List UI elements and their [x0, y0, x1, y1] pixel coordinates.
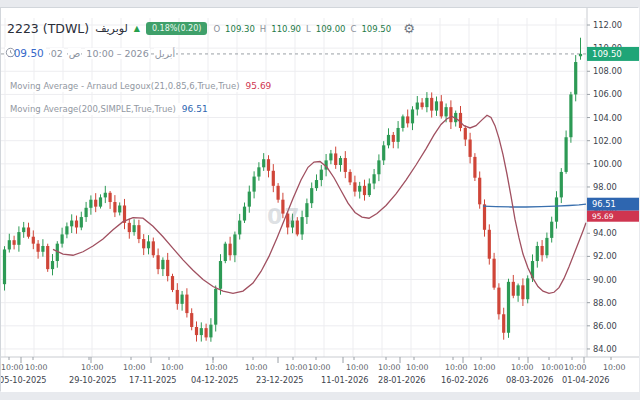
change-badge: 0.18%(0.20) — [146, 22, 207, 35]
bar-datetime-part: ص — [68, 48, 82, 59]
candle — [229, 244, 232, 256]
bar-datetime-part: 02 — [50, 48, 64, 59]
candle — [70, 221, 73, 227]
candle — [171, 276, 174, 290]
candle — [161, 260, 164, 269]
time-label: 10:00 — [308, 363, 331, 372]
candle — [17, 232, 20, 245]
candle — [219, 261, 222, 289]
candle — [8, 240, 11, 249]
candlestick-plot[interactable]: 112.00110.00108.00106.00104.00102.00100.… — [1, 8, 639, 392]
ohlc-row: O109.30H110.90L109.00C109.50 — [213, 24, 391, 34]
candle — [469, 140, 472, 157]
price-axis-label: 108.00 — [593, 66, 622, 76]
bar-datetime-part: 10:00 – 2026 — [85, 48, 149, 59]
candle — [277, 186, 280, 200]
candle — [377, 160, 380, 174]
indicator-alma-row[interactable]: Moving Average - Arnaud Legoux(21,0.85,6… — [7, 80, 274, 92]
candle — [526, 278, 529, 299]
candle — [209, 325, 212, 338]
time-label: 10:00 — [25, 363, 48, 372]
candle — [37, 244, 40, 252]
candle — [425, 98, 428, 107]
candle — [421, 103, 424, 108]
price-axis-label: 88.00 — [593, 298, 617, 308]
candle — [22, 227, 25, 232]
candle — [305, 203, 308, 217]
trend-up-icon: ▲ — [134, 25, 140, 33]
candle — [464, 128, 467, 140]
ohlc-value-O: 109.30 — [225, 24, 255, 34]
ohlc-value-C: 109.50 — [361, 24, 391, 34]
time-label: 10:00 — [205, 363, 228, 372]
time-label: 10:00 — [406, 363, 429, 372]
ohlc-key-O: O — [213, 24, 220, 34]
candle — [569, 94, 572, 137]
candle — [339, 158, 342, 165]
candle — [61, 234, 64, 243]
bar-datetime: 02ص10:00 – 2026أبريل — [50, 48, 176, 59]
candle — [387, 135, 390, 145]
candle — [118, 205, 121, 212]
gear-icon[interactable]: ⚙ — [403, 21, 415, 36]
candle — [205, 328, 208, 337]
candle — [99, 197, 102, 206]
candle — [181, 295, 184, 304]
candle — [80, 217, 83, 227]
candle — [195, 327, 198, 335]
candle — [233, 234, 236, 255]
chart-header: 2223 (TDWL) لوبريف ▲ 0.18%(0.20) O109.30… — [7, 21, 415, 36]
price-axis-label: 90.00 — [593, 275, 617, 285]
candle — [157, 255, 160, 269]
time-label: 10:00 — [81, 363, 104, 372]
time-label: 10:00 — [603, 363, 626, 372]
candle — [512, 282, 515, 296]
candle — [46, 246, 49, 269]
candle — [488, 230, 491, 259]
clock-icon — [5, 47, 16, 58]
candle — [133, 225, 136, 232]
candle — [435, 101, 438, 110]
date-label: 04-12-2025 — [191, 375, 239, 385]
candle — [109, 193, 112, 202]
indicator-value: 96.51 — [182, 104, 208, 114]
time-label: 10:00 — [123, 363, 146, 372]
indicator-value: 95.69 — [246, 81, 272, 91]
indicator-label: Moving Average - Arnaud Legoux(21,0.85,6… — [10, 81, 240, 91]
indicator-label: Moving Average(200,SIMPLE,True,True) — [10, 104, 176, 114]
candle — [430, 98, 433, 111]
candle — [363, 186, 366, 195]
candle — [358, 186, 361, 192]
price-axis-label: 98.00 — [593, 182, 617, 192]
candle — [142, 239, 145, 248]
candle — [137, 225, 140, 239]
indicator-sma-row[interactable]: Moving Average(200,SIMPLE,True,True)96.5… — [7, 103, 211, 115]
candle — [128, 223, 131, 232]
candle — [411, 109, 414, 123]
candle — [166, 260, 169, 276]
candle — [507, 282, 510, 333]
candle-last — [579, 54, 582, 56]
candle — [541, 246, 544, 255]
candle — [320, 170, 323, 180]
candle — [560, 172, 563, 197]
price-axis-label: 84.00 — [593, 344, 617, 354]
price-axis-label: 112.00 — [593, 20, 622, 30]
date-label: 28-01-2026 — [378, 375, 426, 385]
candle — [104, 193, 107, 198]
candle — [478, 178, 481, 205]
candle — [200, 328, 203, 335]
candle — [368, 184, 371, 196]
candle — [89, 200, 92, 208]
price-axis-label: 86.00 — [593, 321, 617, 331]
candle — [521, 285, 524, 299]
time-label: 10:00 — [378, 363, 401, 372]
candle — [440, 101, 443, 116]
time-label: 10:00 — [445, 363, 468, 372]
candle — [449, 107, 452, 122]
candle — [497, 288, 500, 315]
date-label: 17-11-2025 — [129, 375, 177, 385]
date-label: 05-10-2025 — [1, 375, 47, 385]
candle — [185, 295, 188, 314]
ohlc-key-C: C — [350, 24, 356, 34]
